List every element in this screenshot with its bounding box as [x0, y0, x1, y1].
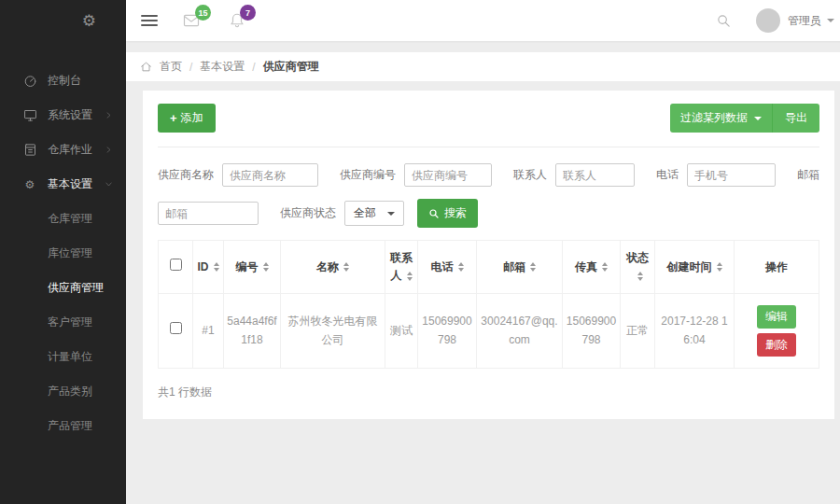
header-code: 编号	[224, 241, 281, 294]
filter-row-2: 供应商状态 全部 搜索	[158, 199, 819, 228]
cell-created: 2017-12-28 16:04	[655, 294, 735, 369]
user-name[interactable]: 管理员	[788, 13, 821, 29]
topbar-right: 管理员	[716, 8, 834, 33]
sidebar-item-label: 控制台	[48, 73, 81, 89]
user-avatar[interactable]	[756, 8, 780, 33]
filter-columns-label: 过滤某列数据	[680, 110, 748, 126]
search-button[interactable]: 搜索	[417, 199, 478, 228]
app-window: ⚙ 控制台 系统设置 仓库作业	[0, 0, 840, 504]
table-header-row: ID 编号 名称 联系人 电话 邮箱 传真 状态 创建时间 操作	[159, 241, 819, 294]
sort-icon[interactable]	[407, 272, 413, 281]
sort-icon[interactable]	[343, 262, 349, 272]
sidebar-item-basic-settings[interactable]: ⚙ 基本设置	[0, 167, 126, 202]
supplier-name-label: 供应商名称	[158, 167, 214, 183]
monitor-icon	[22, 108, 37, 123]
toolbar-right-group: 过滤某列数据 导出	[670, 104, 819, 133]
sort-icon[interactable]	[717, 262, 722, 272]
header-name: 名称	[281, 241, 385, 294]
cell-email: 30024167@qq.com	[477, 294, 563, 369]
sidebar-menu: 控制台 系统设置 仓库作业 ⚙	[0, 63, 126, 202]
supplier-card: + 添加 过滤某列数据 导出 供应商名称 供应商编号	[143, 91, 834, 419]
header-created: 创建时间	[655, 241, 735, 294]
sidebar-header: ⚙	[0, 0, 126, 41]
row-checkbox[interactable]	[170, 322, 182, 334]
header-id: ID	[193, 241, 224, 294]
table-row-count: 共1 行数据	[158, 385, 819, 400]
messages-badge: 15	[195, 5, 211, 21]
divider	[158, 147, 819, 147]
sidebar-subitem-customer-mgmt[interactable]: 客户管理	[0, 305, 126, 340]
contact-input[interactable]	[555, 163, 635, 187]
delete-button[interactable]: 删除	[757, 333, 796, 357]
home-icon	[140, 61, 152, 73]
header-status: 状态	[621, 241, 655, 294]
sidebar-item-label: 基本设置	[48, 176, 92, 192]
supplier-code-input[interactable]	[404, 163, 492, 187]
sort-icon[interactable]	[530, 262, 536, 272]
breadcrumb-section[interactable]: 基本设置	[200, 59, 245, 75]
sidebar-subitem-supplier-mgmt[interactable]: 供应商管理	[0, 271, 126, 305]
sidebar-item-label: 系统设置	[48, 107, 92, 123]
sidebar-item-warehouse-ops[interactable]: 仓库作业	[0, 133, 126, 167]
sidebar-submenu: 仓库管理 库位管理 供应商管理 客户管理 计量单位 产品类别 产品管理	[0, 202, 126, 443]
notifications-button[interactable]: 7	[229, 12, 245, 29]
filter-row-1: 供应商名称 供应商编号 联系人 电话 邮箱	[158, 163, 819, 187]
breadcrumb-separator: /	[189, 61, 192, 74]
hamburger-menu-icon[interactable]	[141, 12, 158, 29]
settings-gear-icon[interactable]: ⚙	[82, 13, 96, 29]
sidebar-subitem-product-mgmt[interactable]: 产品管理	[0, 409, 126, 443]
gear-icon: ⚙	[22, 177, 37, 192]
sort-icon[interactable]	[263, 262, 269, 272]
breadcrumb: 首页 / 基本设置 / 供应商管理	[126, 52, 840, 81]
sidebar-subitem-measure-units[interactable]: 计量单位	[0, 340, 126, 374]
sort-icon[interactable]	[214, 262, 219, 272]
chevron-down-icon	[105, 180, 113, 189]
add-button-label: 添加	[181, 110, 203, 126]
sidebar-item-label: 仓库作业	[48, 142, 92, 158]
table-row: #1 5a44a4f6f1f18 苏州牧冬光电有限公司 测试 150699007…	[159, 294, 819, 369]
plus-icon: +	[170, 112, 177, 124]
suppliers-table: ID 编号 名称 联系人 电话 邮箱 传真 状态 创建时间 操作	[158, 240, 819, 369]
phone-label: 电话	[656, 167, 679, 183]
cell-actions: 编辑 删除	[735, 294, 819, 369]
filter-columns-button[interactable]: 过滤某列数据	[670, 104, 772, 133]
supplier-status-label: 供应商状态	[280, 205, 336, 221]
ledger-icon	[22, 143, 37, 158]
header-email: 邮箱	[477, 241, 563, 294]
edit-button[interactable]: 编辑	[757, 305, 796, 329]
sort-icon[interactable]	[458, 262, 464, 272]
email-input[interactable]	[158, 202, 259, 225]
sidebar-item-dashboard[interactable]: 控制台	[0, 63, 126, 98]
header-fax: 传真	[563, 241, 621, 294]
export-button[interactable]: 导出	[772, 104, 819, 133]
cell-phone: 15069900798	[418, 294, 477, 369]
phone-input[interactable]	[687, 163, 776, 187]
supplier-name-input[interactable]	[222, 163, 318, 187]
cell-id: #1	[193, 294, 224, 369]
sort-icon[interactable]	[637, 272, 643, 281]
breadcrumb-home[interactable]: 首页	[160, 59, 182, 75]
cell-name: 苏州牧冬光电有限公司	[281, 294, 385, 369]
caret-down-icon	[387, 212, 395, 216]
contact-label: 联系人	[513, 167, 547, 183]
breadcrumb-current: 供应商管理	[263, 59, 319, 75]
header-checkbox-cell	[159, 241, 193, 294]
sidebar-subitem-location-mgmt[interactable]: 库位管理	[0, 236, 126, 271]
navbar-search-icon[interactable]	[716, 13, 732, 29]
user-menu-caret-icon[interactable]	[827, 19, 834, 22]
sidebar-item-system-settings[interactable]: 系统设置	[0, 98, 126, 133]
chevron-right-icon	[105, 111, 113, 119]
search-icon	[428, 208, 440, 219]
select-all-checkbox[interactable]	[170, 259, 182, 271]
cell-status: 正常	[621, 294, 655, 369]
supplier-code-label: 供应商编号	[340, 167, 396, 183]
status-select[interactable]: 全部	[344, 201, 404, 226]
sidebar-subitem-product-category[interactable]: 产品类别	[0, 374, 126, 409]
card-toolbar: + 添加 过滤某列数据 导出	[158, 104, 819, 133]
sort-icon[interactable]	[602, 262, 608, 272]
notifications-badge: 7	[240, 5, 256, 21]
sidebar-subitem-warehouse-mgmt[interactable]: 仓库管理	[0, 202, 126, 236]
header-contact: 联系人	[385, 241, 418, 294]
messages-button[interactable]: 15	[182, 12, 201, 29]
add-button[interactable]: + 添加	[158, 104, 216, 133]
